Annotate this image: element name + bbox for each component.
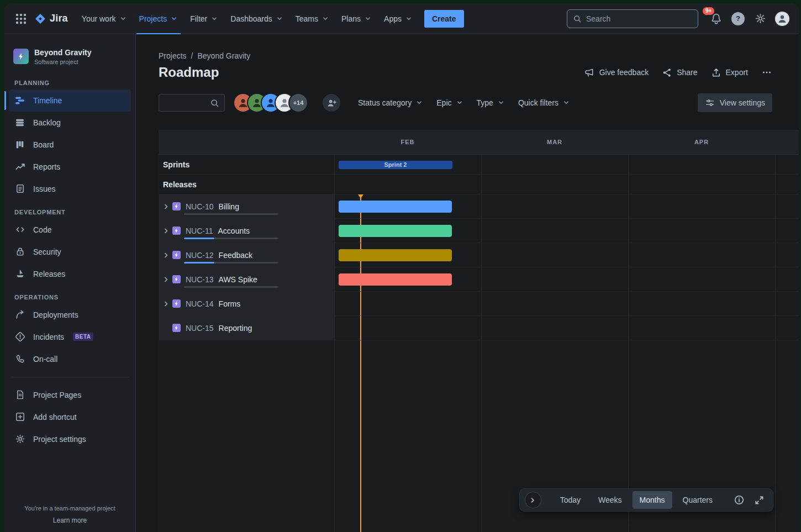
header-actions: Give feedback Share Export bbox=[584, 67, 772, 78]
epic-progress-track bbox=[184, 213, 278, 215]
epic-dropdown[interactable]: Epic bbox=[434, 95, 465, 110]
jira-logo[interactable]: Jira bbox=[34, 13, 68, 25]
sidebar-item-board[interactable]: Board bbox=[9, 134, 131, 156]
team-managed-note: You're in a team-managed project bbox=[9, 505, 131, 512]
status-category-dropdown[interactable]: Status category bbox=[356, 95, 425, 110]
avatar-overflow-count[interactable]: +14 bbox=[289, 94, 307, 112]
breadcrumb-projects-link[interactable]: Projects bbox=[159, 51, 187, 60]
epic-row-nuc-15[interactable]: NUC-15 Reporting bbox=[159, 316, 799, 340]
nav-item-label: Filter bbox=[190, 14, 207, 23]
expand-chevron-icon[interactable] bbox=[162, 251, 171, 260]
app-switcher-button[interactable] bbox=[12, 10, 30, 28]
epic-row-nuc-12[interactable]: NUC-12 Feedback bbox=[159, 243, 799, 267]
global-search[interactable] bbox=[567, 9, 698, 28]
timeline-search[interactable] bbox=[159, 94, 225, 112]
nav-item-your-work[interactable]: Your work bbox=[76, 3, 133, 34]
learn-more-link[interactable]: Learn more bbox=[9, 517, 131, 524]
timeline-search-input[interactable] bbox=[164, 99, 210, 107]
expand-chevron-icon[interactable] bbox=[162, 299, 171, 308]
sidebar-item-timeline[interactable]: Timeline bbox=[9, 89, 131, 112]
sidebar-item-security[interactable]: Security bbox=[9, 241, 131, 263]
profile-button[interactable] bbox=[773, 10, 791, 28]
incident-alert-icon bbox=[14, 331, 25, 343]
issues-icon bbox=[14, 183, 25, 194]
epic-row-nuc-14[interactable]: NUC-14 Forms bbox=[159, 292, 799, 316]
sidebar-item-backlog[interactable]: Backlog bbox=[9, 112, 131, 134]
global-search-input[interactable] bbox=[586, 14, 692, 23]
sidebar-item-label: Reports bbox=[33, 162, 60, 171]
chevron-down-icon bbox=[497, 99, 505, 107]
export-icon bbox=[711, 67, 721, 78]
epic-bar[interactable] bbox=[339, 225, 452, 237]
sidebar-item-issues[interactable]: Issues bbox=[9, 178, 131, 200]
export-button[interactable]: Export bbox=[711, 67, 748, 78]
sidebar-item-on-call[interactable]: On-call bbox=[9, 348, 131, 370]
share-button[interactable]: Share bbox=[662, 67, 697, 78]
nav-item-filter[interactable]: Filter bbox=[184, 3, 224, 34]
sliders-icon bbox=[705, 98, 715, 108]
breadcrumb-separator: / bbox=[191, 51, 193, 60]
weeks-button[interactable]: Weeks bbox=[591, 491, 629, 509]
settings-button[interactable] bbox=[751, 10, 769, 28]
nav-item-plans[interactable]: Plans bbox=[335, 3, 378, 34]
primary-nav: Your work Projects Filter Dashboards Tea… bbox=[76, 3, 419, 34]
section-title-planning: PLANNING bbox=[9, 76, 131, 89]
chevron-down-icon bbox=[364, 15, 372, 23]
sprint-bar[interactable]: Sprint 2 bbox=[339, 161, 452, 169]
user-avatar-icon bbox=[775, 12, 789, 26]
sidebar-item-add-shortcut[interactable]: Add shortcut bbox=[9, 406, 131, 428]
sidebar-item-deployments[interactable]: Deployments bbox=[9, 304, 131, 326]
nav-item-label: Projects bbox=[139, 14, 167, 23]
month-label-apr: APR bbox=[628, 130, 775, 155]
jira-logo-text: Jira bbox=[50, 13, 68, 24]
epic-name: AWS Spike bbox=[219, 275, 257, 284]
expand-chevron-icon[interactable] bbox=[162, 202, 171, 211]
nav-item-projects[interactable]: Projects bbox=[133, 3, 185, 34]
fullscreen-button[interactable] bbox=[751, 492, 767, 508]
epic-bar[interactable] bbox=[339, 273, 452, 286]
chevron-down-icon bbox=[276, 15, 283, 23]
help-button[interactable]: ? bbox=[729, 10, 747, 28]
info-button[interactable] bbox=[731, 492, 747, 508]
view-settings-button[interactable]: View settings bbox=[698, 93, 772, 112]
create-button[interactable]: Create bbox=[424, 10, 464, 28]
type-dropdown[interactable]: Type bbox=[475, 95, 507, 110]
nav-item-dashboards[interactable]: Dashboards bbox=[224, 3, 289, 34]
scroll-right-button[interactable] bbox=[525, 492, 541, 508]
breadcrumb-project-link[interactable]: Beyond Gravity bbox=[197, 51, 250, 60]
gear-icon bbox=[14, 434, 25, 445]
epic-bar[interactable] bbox=[339, 249, 452, 261]
sidebar-item-project-settings[interactable]: Project settings bbox=[9, 428, 131, 450]
add-people-button[interactable] bbox=[323, 94, 340, 112]
more-actions-button[interactable] bbox=[761, 67, 772, 78]
dropdown-label: Quick filters bbox=[518, 98, 558, 107]
epic-row-nuc-13[interactable]: NUC-13 AWS Spike bbox=[159, 267, 799, 292]
sidebar-item-reports[interactable]: Reports bbox=[9, 156, 131, 178]
sidebar-item-releases[interactable]: Releases bbox=[9, 263, 131, 285]
give-feedback-button[interactable]: Give feedback bbox=[584, 67, 649, 78]
nav-item-apps[interactable]: Apps bbox=[378, 3, 419, 34]
sidebar-item-code[interactable]: Code bbox=[9, 219, 131, 241]
filter-toolbar: +14 Status category Epic Type Quick filt… bbox=[136, 80, 799, 112]
sprints-row: Sprints Sprint 2 bbox=[159, 155, 799, 175]
quick-filters-dropdown[interactable]: Quick filters bbox=[516, 95, 572, 110]
project-header: Beyond Gravity Software project bbox=[9, 45, 131, 75]
today-button[interactable]: Today bbox=[553, 491, 588, 509]
sidebar-item-label: Project Pages bbox=[33, 391, 81, 399]
avatar-group: +14 bbox=[234, 94, 307, 112]
sidebar-item-label: Issues bbox=[33, 185, 55, 193]
epic-bar[interactable] bbox=[339, 201, 452, 213]
months-button[interactable]: Months bbox=[633, 491, 672, 509]
sidebar-item-incidents[interactable]: Incidents BETA bbox=[9, 326, 131, 348]
ship-icon bbox=[14, 268, 25, 280]
nav-item-teams[interactable]: Teams bbox=[289, 3, 335, 34]
sidebar-item-project-pages[interactable]: Project Pages bbox=[9, 384, 131, 406]
quarters-button[interactable]: Quarters bbox=[676, 491, 720, 509]
timeline-panel: FEB MAR APR Sprints Sprint 2 Releases NU… bbox=[159, 130, 799, 532]
epic-row-nuc-10[interactable]: NUC-10 Billing bbox=[159, 194, 799, 219]
epic-row-nuc-11[interactable]: NUC-11 Accounts bbox=[159, 219, 799, 243]
expand-chevron-icon[interactable] bbox=[162, 227, 171, 235]
app-switcher-grid-icon bbox=[16, 14, 26, 24]
notifications-button[interactable]: 9+ bbox=[707, 10, 725, 28]
expand-chevron-icon[interactable] bbox=[162, 275, 171, 284]
